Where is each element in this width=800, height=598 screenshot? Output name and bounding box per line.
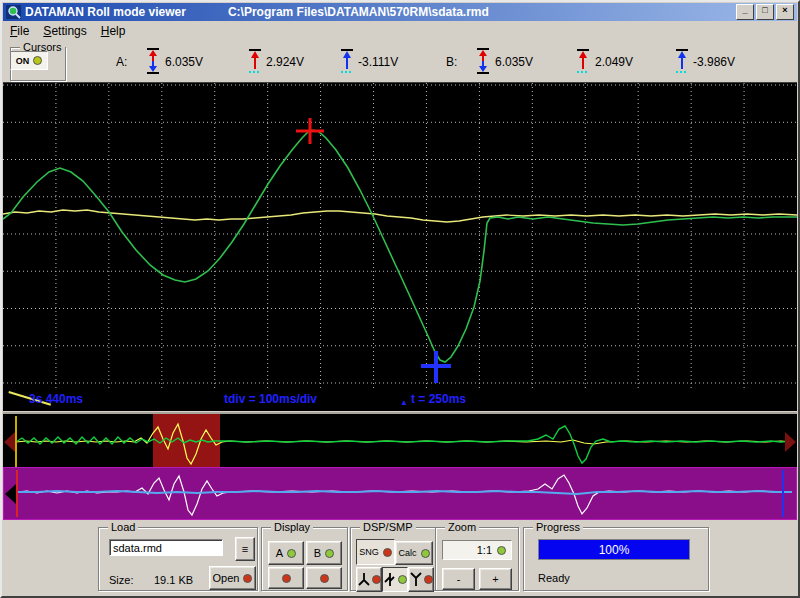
display-a-led-icon [287, 549, 296, 558]
minimize-button[interactable]: _ [736, 4, 754, 20]
dsp-smp-group-label: DSP/SMP [360, 521, 416, 533]
display-a-button[interactable]: A [268, 541, 304, 565]
overview-top-canvas [16, 414, 791, 469]
scope-status-bar: 3s 440ms tdiv = 100ms/div ▲ t = 250ms [3, 389, 797, 411]
peak-to-peak-icon [146, 47, 160, 75]
scroll-left-arrow-icon[interactable] [4, 432, 15, 452]
display-b-button[interactable]: B [306, 541, 342, 565]
display-group-label: Display [271, 521, 313, 533]
zoom-ratio-field: 1:1 [442, 540, 512, 560]
sng-led-icon [383, 548, 392, 557]
calc-led-icon [421, 549, 430, 558]
b-max-value: 2.049V [595, 55, 633, 69]
min-cursor-icon [340, 47, 354, 75]
b-min-value: -3.986V [693, 55, 735, 69]
sng-button-label: SNG [359, 547, 379, 557]
menu-file[interactable]: File [3, 22, 36, 40]
scroll-left-arrow-icon[interactable] [5, 484, 16, 504]
peak-to-peak-icon [476, 47, 490, 75]
progress-group-label: Progress [533, 521, 583, 533]
overview-yellow-trace [16, 424, 791, 464]
calc-button[interactable]: Calc [395, 541, 433, 565]
menu-help[interactable]: Help [94, 22, 133, 40]
cursors-on-label: ON [16, 56, 30, 66]
maximize-button[interactable]: □ [756, 4, 774, 20]
overview-bottom-canvas [17, 468, 792, 518]
a-max-value: 2.924V [266, 55, 304, 69]
control-panel: Load ≡ Size: 19.1 KB Open Display A B [3, 520, 797, 597]
zoom-out-button[interactable]: - [442, 568, 475, 590]
trigger-mode2-button[interactable] [382, 567, 408, 592]
trigger-mode1-led-icon [372, 575, 381, 584]
trigger-mode3-button[interactable] [408, 567, 434, 592]
cursors-toolbar: Cursors ON A: 6.035V 2.924V -3.111V B: [3, 41, 797, 83]
delta-t-readout: t = 250ms [411, 392, 466, 406]
cursor-a-marker[interactable] [16, 470, 18, 517]
cursors-on-led-icon [33, 56, 42, 65]
load-group: Load ≡ Size: 19.1 KB Open [98, 527, 258, 591]
cursors-on-toggle[interactable]: ON [10, 51, 48, 70]
zoom-led-icon [497, 546, 506, 555]
progress-bar: 100% [538, 539, 690, 560]
display-b-led-icon [325, 549, 334, 558]
cursor-b-marker[interactable] [782, 470, 784, 517]
window-title-path: C:\Program Files\DATAMAN\570RM\sdata.rmd [228, 5, 489, 19]
timebase-readout: tdiv = 100ms/div [224, 392, 317, 406]
menu-bar: File Settings Help [3, 21, 797, 41]
edge-mark-icon [383, 572, 398, 587]
open-led-icon [243, 574, 252, 583]
time-position: 3s 440ms [29, 392, 83, 406]
app-window: DATAMAN Roll mode viewer C:\Program File… [0, 0, 800, 598]
y-mark-icon [409, 572, 424, 587]
overview-strip-top[interactable] [3, 412, 797, 469]
position-marker-left[interactable] [15, 416, 17, 467]
title-bar[interactable]: DATAMAN Roll mode viewer C:\Program File… [3, 3, 797, 21]
display-aux1-button[interactable] [268, 567, 304, 589]
open-button[interactable]: Open [209, 566, 256, 590]
display-aux2-button[interactable] [306, 567, 342, 589]
overview-green-trace [16, 426, 791, 463]
zoom-in-button[interactable]: + [479, 568, 512, 590]
window-title: DATAMAN Roll mode viewer [25, 5, 186, 19]
size-value: 19.1 KB [154, 574, 193, 586]
scroll-right-arrow-icon[interactable] [785, 432, 796, 452]
delta-icon: ▲ [400, 398, 408, 407]
menu-settings[interactable]: Settings [36, 22, 93, 40]
zoom-ratio-value: 1:1 [477, 544, 492, 556]
dsp-smp-group: DSP/SMP SNG Calc [350, 527, 436, 591]
overview-cyan-trace [17, 491, 792, 494]
inverted-y-icon [357, 572, 372, 587]
display-aux2-led-icon [320, 574, 329, 583]
b-peak-to-peak-value: 6.035V [495, 55, 533, 69]
display-aux1-led-icon [282, 574, 291, 583]
a-peak-to-peak-value: 6.035V [165, 55, 203, 69]
zoom-out-label: - [457, 573, 461, 585]
scope-grid [3, 83, 797, 389]
zoom-in-label: + [492, 573, 498, 585]
zoom-group-label: Zoom [445, 521, 479, 533]
max-cursor-icon [248, 47, 262, 75]
menu-lines-icon: ≡ [242, 543, 248, 555]
overview-strip-bottom[interactable] [3, 467, 797, 520]
display-a-label: A [276, 547, 283, 559]
trigger-mode3-led-icon [424, 575, 433, 584]
progress-percent: 100% [599, 543, 630, 557]
cursor-b-cross[interactable] [421, 351, 451, 383]
status-text: Ready [538, 572, 570, 584]
load-group-label: Load [108, 521, 138, 533]
progress-group: Progress 100% Ready [523, 527, 709, 591]
scope-canvas [3, 83, 797, 389]
scope-display[interactable]: 3s 440ms tdiv = 100ms/div ▲ t = 250ms [3, 82, 797, 411]
channel-b-label: B: [446, 55, 457, 69]
max-cursor-icon [576, 47, 590, 75]
open-button-label: Open [213, 572, 240, 584]
trigger-mode2-led-icon [398, 575, 407, 584]
a-min-value: -3.111V [358, 55, 398, 69]
trigger-mode1-button[interactable] [356, 567, 382, 592]
display-group: Display A B [261, 527, 348, 591]
file-list-button[interactable]: ≡ [235, 537, 255, 561]
filename-input[interactable] [109, 539, 223, 556]
close-button[interactable]: × [776, 4, 794, 20]
zoom-group: Zoom 1:1 - + [435, 527, 519, 591]
sng-button[interactable]: SNG [356, 539, 395, 565]
